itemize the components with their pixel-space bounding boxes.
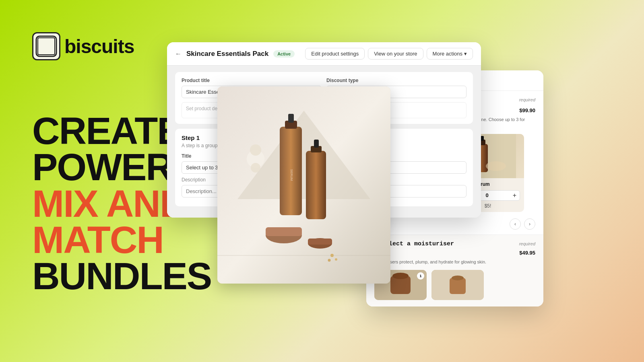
svg-rect-18 xyxy=(308,239,332,245)
svg-point-20 xyxy=(250,144,261,156)
svg-point-21 xyxy=(251,163,260,173)
moisturiser-card-2 xyxy=(431,270,484,300)
svg-rect-1 xyxy=(40,40,52,52)
svg-point-38 xyxy=(392,273,409,279)
logo-text: biscuits xyxy=(64,35,134,58)
products-next-button[interactable]: › xyxy=(524,218,535,230)
svg-point-4 xyxy=(39,52,42,55)
products-prev-button[interactable]: ‹ xyxy=(510,218,521,230)
step2-card: 2 Select a moisturiser required 1 of 1 $… xyxy=(366,235,543,306)
status-badge: Active xyxy=(273,50,295,58)
logo-area: biscuits xyxy=(32,32,134,60)
step2-price: $49.95 xyxy=(519,250,535,256)
moisturiser-img-2 xyxy=(431,270,484,300)
svg-text:SERUM: SERUM xyxy=(290,169,293,181)
hero-line-bundles: BUNDLES xyxy=(32,258,233,294)
svg-point-23 xyxy=(335,258,337,261)
chevron-down-icon: ▾ xyxy=(464,51,467,57)
svg-point-3 xyxy=(51,37,54,41)
step2-meta: 1 of 1 $49.95 xyxy=(366,249,543,259)
defying-serum-qty-value: 0 xyxy=(485,192,488,198)
svg-point-2 xyxy=(39,37,42,41)
back-arrow-icon[interactable]: ← xyxy=(175,50,182,58)
svg-rect-14 xyxy=(314,140,319,148)
svg-rect-34 xyxy=(481,136,484,141)
view-on-store-button[interactable]: View on your store xyxy=(368,48,423,60)
svg-point-35 xyxy=(486,161,506,171)
step2-header: 2 Select a moisturiser required xyxy=(366,235,543,249)
svg-rect-12 xyxy=(306,151,326,219)
more-actions-button[interactable]: More actions ▾ xyxy=(427,48,473,60)
product-image-overlay: SERUM xyxy=(217,86,390,284)
panel-title: Skincare Essentials Pack xyxy=(186,50,268,58)
edit-product-settings-button[interactable]: Edit product settings xyxy=(305,48,365,60)
moisturiser-products: 1 xyxy=(366,270,543,306)
step1-price: $99.90 xyxy=(519,107,535,113)
svg-point-5 xyxy=(51,52,54,55)
panel-header: ← Skincare Essentials Pack Active Edit p… xyxy=(167,42,481,66)
svg-rect-10 xyxy=(288,114,294,123)
step1-required: required xyxy=(519,97,535,102)
product-photo: SERUM xyxy=(217,86,390,284)
svg-point-41 xyxy=(452,276,464,280)
products-navigation: ‹ › xyxy=(366,217,543,234)
step2-required: required xyxy=(519,241,535,246)
svg-rect-16 xyxy=(266,227,302,236)
defying-serum-increase-button[interactable]: + xyxy=(513,192,516,199)
header-actions: Edit product settings View on your store… xyxy=(305,48,473,60)
logo-icon xyxy=(32,32,60,60)
discount-type-label: Discount type xyxy=(326,78,466,83)
svg-point-24 xyxy=(328,259,331,262)
svg-rect-0 xyxy=(36,36,56,56)
product-title-label: Product title xyxy=(182,78,322,83)
step2-description: Moisturisers protect, plump, and hydrate… xyxy=(366,259,543,270)
